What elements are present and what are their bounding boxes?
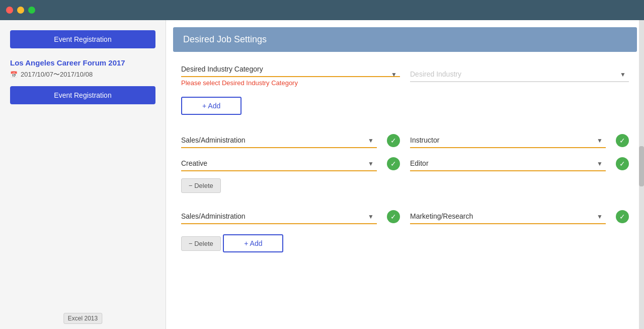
check-icon-4b: ✓ — [616, 210, 629, 223]
industry-category-group-4: Sales/Administration ▼ — [181, 209, 377, 224]
section-header: Desired Job Settings — [173, 27, 637, 52]
delete-button-2[interactable]: − Delete — [181, 236, 221, 251]
industry-category-select-1[interactable]: Desired Industry Category — [181, 62, 400, 77]
industry-group-2: Instructor ▼ — [410, 133, 606, 148]
industry-group-3: Editor ▼ — [410, 156, 606, 171]
industry-category-select-3[interactable]: Creative — [181, 156, 377, 171]
form-row-1: Desired Industry Category ▼ Please selec… — [181, 62, 629, 87]
form-row-2: Sales/Administration ▼ ✓ Instructor ▼ ✓ — [181, 133, 629, 148]
industry-category-select-4[interactable]: Sales/Administration — [181, 209, 377, 224]
industry-select-3[interactable]: Editor — [410, 156, 606, 171]
industry-category-group-1: Desired Industry Category ▼ Please selec… — [181, 62, 400, 87]
industry-category-select-2[interactable]: Sales/Administration — [181, 133, 377, 148]
sidebar: Event Registration Los Angeles Career Fo… — [0, 20, 166, 329]
content-area: Desired Job Settings Desired Industry Ca… — [166, 20, 644, 329]
scrollbar-thumb[interactable] — [639, 146, 644, 186]
close-button[interactable] — [6, 7, 13, 14]
check-icon-3: ✓ — [387, 157, 400, 170]
main-layout: Event Registration Los Angeles Career Fo… — [0, 20, 644, 329]
minimize-button[interactable] — [17, 7, 24, 14]
add-button-1[interactable]: + Add — [181, 97, 242, 115]
delete-button-1[interactable]: − Delete — [181, 178, 221, 193]
top-event-registration-button[interactable]: Event Registration — [10, 30, 155, 48]
industry-group-1: Desired Industry ▼ — [410, 67, 629, 82]
event-date: 2017/10/07〜2017/10/08 — [21, 70, 93, 79]
event-title: Los Angeles Career Forum 2017 — [10, 58, 155, 67]
form-area: Desired Industry Category ▼ Please selec… — [166, 52, 644, 273]
industry-category-group-3: Creative ▼ — [181, 156, 377, 171]
industry-select-2[interactable]: Instructor — [410, 133, 606, 148]
form-row-4: Sales/Administration ▼ ✓ Marketing/Resea… — [181, 209, 629, 224]
calendar-icon: 📅 — [10, 71, 18, 78]
industry-group-4: Marketing/Research ▼ — [410, 209, 606, 224]
error-text-1: Please select Desired Industry Category — [181, 79, 400, 87]
title-bar — [0, 0, 644, 20]
check-icon-2b: ✓ — [616, 134, 629, 147]
excel-badge: Excel 2013 — [63, 313, 102, 324]
industry-select-4[interactable]: Marketing/Research — [410, 209, 606, 224]
industry-category-group-2: Sales/Administration ▼ — [181, 133, 377, 148]
event-date-row: 📅 2017/10/07〜2017/10/08 — [10, 70, 155, 79]
form-row-3: Creative ▼ ✓ Editor ▼ ✓ — [181, 156, 629, 171]
industry-select-1[interactable]: Desired Industry — [410, 67, 629, 82]
check-icon-3b: ✓ — [616, 157, 629, 170]
scrollbar[interactable] — [639, 20, 644, 329]
check-icon-2: ✓ — [387, 134, 400, 147]
check-icon-4: ✓ — [387, 210, 400, 223]
maximize-button[interactable] — [28, 7, 35, 14]
register-button[interactable]: Event Registration — [10, 86, 155, 104]
add-button-2[interactable]: + Add — [223, 234, 283, 252]
